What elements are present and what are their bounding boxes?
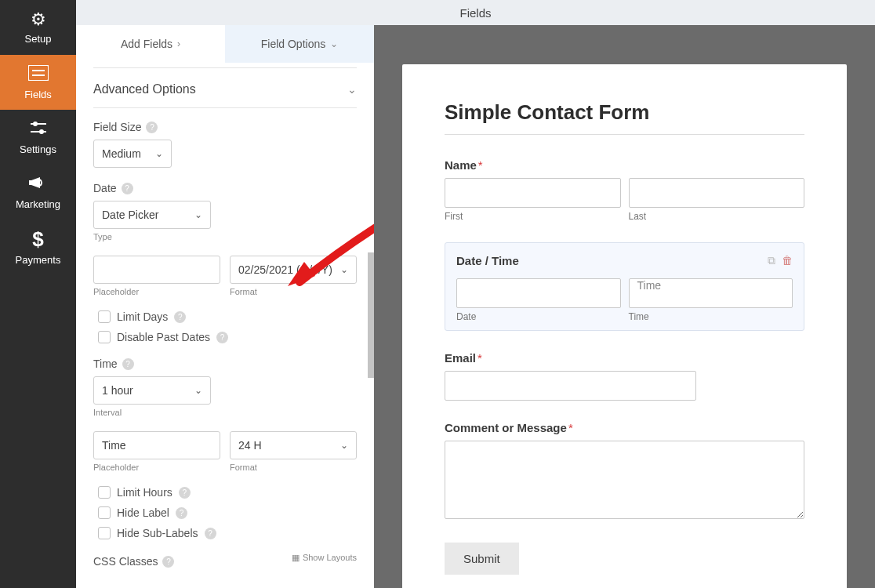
select-date-type[interactable]: Date Picker ⌄	[93, 201, 211, 229]
field-name[interactable]: Name* First Last	[445, 158, 804, 222]
checkbox-limit-hours[interactable]: Limit Hours ?	[98, 486, 357, 499]
textarea-message[interactable]	[445, 441, 804, 519]
scrollbar-thumb[interactable]	[368, 252, 374, 378]
label-text: Email	[445, 351, 476, 365]
input-time-placeholder[interactable]: Time	[93, 431, 220, 459]
group-date-details: Placeholder 02/25/2021 (m/d/Y) ⌄ Format	[93, 256, 357, 296]
select-value: Medium	[102, 147, 141, 160]
duplicate-icon[interactable]: ⧉	[768, 254, 775, 267]
show-layouts-button[interactable]: ▦ Show Layouts	[292, 553, 357, 563]
svg-point-6	[40, 130, 43, 133]
rail-item-marketing[interactable]: Marketing	[0, 165, 76, 220]
tab-add-fields[interactable]: Add Fields ›	[76, 25, 225, 63]
select-date-format[interactable]: 02/25/2021 (m/d/Y) ⌄	[230, 256, 357, 284]
fields-icon	[28, 65, 49, 84]
dollar-icon: $	[32, 229, 43, 249]
checkbox-disable-past-dates[interactable]: Disable Past Dates ?	[98, 331, 357, 343]
bullhorn-icon	[29, 175, 48, 194]
trash-icon[interactable]: 🗑	[782, 254, 793, 267]
input-email[interactable]	[445, 371, 696, 401]
required-mark: *	[568, 421, 573, 434]
select-value: Date Picker	[102, 209, 158, 221]
input-last-name[interactable]	[629, 178, 805, 208]
grid-icon: ▦	[292, 553, 300, 563]
rail-item-fields[interactable]: Fields	[0, 55, 76, 110]
chevron-down-icon: ⌄	[155, 148, 163, 159]
checkbox-hide-label[interactable]: Hide Label ?	[98, 506, 357, 519]
field-message[interactable]: Comment or Message*	[445, 421, 804, 522]
options-panel: Add Fields › Field Options ⌄ Advanced Op…	[76, 25, 374, 588]
help-icon[interactable]: ?	[122, 358, 134, 370]
panel-tabs: Add Fields › Field Options ⌄	[76, 25, 374, 63]
group-time: Time ? 1 hour ⌄ Interval	[93, 358, 357, 417]
select-time-format[interactable]: 24 H ⌄	[230, 431, 357, 459]
divider	[445, 134, 804, 135]
help-icon[interactable]: ?	[146, 122, 158, 133]
rail-item-settings[interactable]: Settings	[0, 110, 76, 165]
sublabel-last: Last	[629, 211, 805, 222]
input-first-name[interactable]	[445, 178, 621, 208]
chevron-down-icon: ⌄	[330, 38, 338, 49]
panel-body[interactable]: Advanced Options ⌄ Field Size ? Medium ⌄	[76, 63, 374, 588]
svg-rect-7	[29, 180, 31, 185]
field-label: Name*	[445, 158, 804, 172]
sublabel-placeholder: Placeholder	[93, 287, 220, 296]
chevron-down-icon: ⌄	[347, 83, 357, 96]
help-icon[interactable]: ?	[216, 332, 228, 343]
section-title: Advanced Options	[93, 82, 196, 96]
help-icon[interactable]: ?	[179, 487, 191, 499]
main-area: Fields Add Fields › Field Options ⌄ Adva…	[76, 0, 875, 588]
form-title: Simple Contact Form	[445, 100, 804, 125]
rail-item-setup[interactable]: ⚙ Setup	[0, 0, 76, 55]
help-icon[interactable]: ?	[162, 556, 174, 568]
group-time-details: Time Placeholder 24 H ⌄ Format	[93, 431, 357, 472]
required-mark: *	[478, 158, 483, 172]
required-mark: *	[477, 351, 482, 365]
preview-area: Simple Contact Form Name* First	[374, 25, 875, 588]
sliders-icon	[29, 120, 48, 139]
sublabel-time: Time	[629, 311, 793, 322]
field-email[interactable]: Email*	[445, 351, 804, 401]
rail-item-label: Setup	[25, 33, 52, 45]
svg-rect-0	[28, 65, 49, 81]
section-advanced-options[interactable]: Advanced Options ⌄	[93, 68, 357, 108]
select-value: 24 H	[238, 439, 262, 452]
label-date: Date	[93, 182, 117, 194]
chevron-down-icon: ⌄	[194, 209, 202, 220]
gear-icon: ⚙	[31, 11, 46, 28]
field-datetime-selected[interactable]: Date / Time ⧉ 🗑 Date Time T	[445, 242, 804, 331]
rail-item-payments[interactable]: $ Payments	[0, 220, 76, 274]
select-field-size[interactable]: Medium ⌄	[93, 140, 172, 168]
input-date-placeholder[interactable]	[93, 256, 220, 284]
input-value: Time	[102, 439, 126, 452]
label-text: Comment or Message	[445, 421, 567, 434]
checkbox-hide-sub-labels[interactable]: Hide Sub-Labels ?	[98, 527, 357, 539]
workspace: Add Fields › Field Options ⌄ Advanced Op…	[76, 25, 875, 588]
page-title: Fields	[459, 6, 491, 20]
label-time: Time	[93, 358, 118, 370]
sublabel-format: Format	[230, 463, 357, 472]
chevron-right-icon: ›	[177, 38, 180, 49]
tab-field-options[interactable]: Field Options ⌄	[225, 25, 374, 63]
checkbox-label: Hide Label	[117, 506, 169, 519]
help-icon[interactable]: ?	[205, 528, 216, 539]
checkbox-limit-days[interactable]: Limit Days ?	[98, 310, 357, 323]
input-time[interactable]: Time	[629, 278, 793, 308]
sublabel-placeholder: Placeholder	[93, 463, 220, 472]
select-time-interval[interactable]: 1 hour ⌄	[93, 376, 211, 405]
label-text: Name	[445, 158, 477, 172]
rail-item-label: Payments	[16, 254, 61, 266]
checkbox-icon	[98, 506, 111, 519]
help-icon[interactable]: ?	[174, 311, 186, 323]
checkbox-icon	[98, 527, 111, 539]
input-date[interactable]	[456, 278, 621, 308]
submit-button[interactable]: Submit	[445, 543, 519, 575]
help-icon[interactable]: ?	[176, 507, 187, 519]
chevron-down-icon: ⌄	[340, 440, 348, 451]
chevron-down-icon: ⌄	[194, 385, 202, 396]
checkbox-label: Hide Sub-Labels	[117, 527, 198, 539]
select-value: 02/25/2021 (m/d/Y)	[238, 263, 332, 276]
checkbox-icon	[98, 331, 111, 343]
field-label: Comment or Message*	[445, 421, 804, 434]
help-icon[interactable]: ?	[122, 183, 133, 194]
